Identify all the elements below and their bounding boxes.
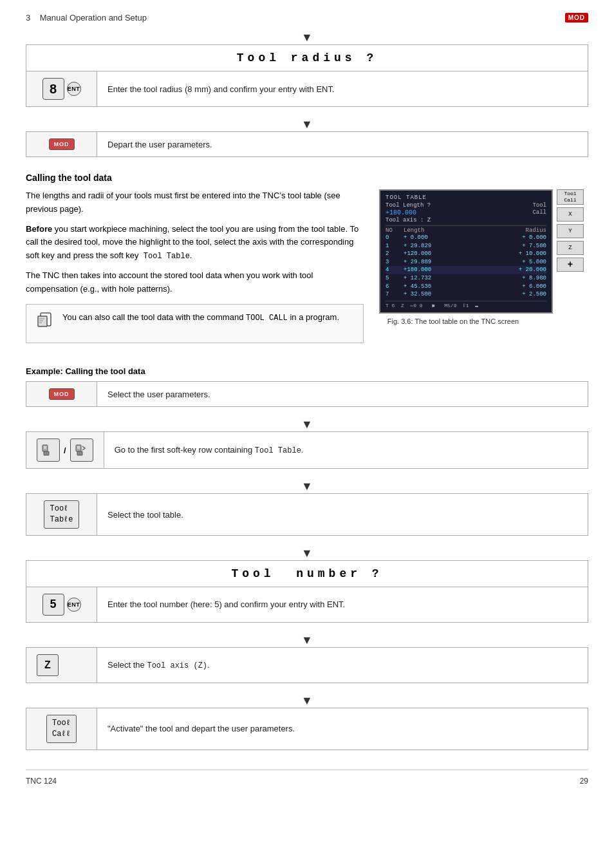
tnc-table-rows: 0+ 0.000+ 0.000 1+ 29.829+ 7.500 2+120.0… xyxy=(386,234,546,299)
tool-radius-section: ▼ Tool radius ? 8 ENT Enter the tool rad… xyxy=(26,32,588,157)
arrow-down-2: ▼ xyxy=(26,118,588,130)
svg-rect-2 xyxy=(44,451,49,455)
chapter-number: 3 xyxy=(26,13,30,23)
tool-number-header-table: Tool number ? 5 ENT Enter the tool numbe… xyxy=(26,560,588,623)
tnc-btn-tool-call[interactable]: ToolCall xyxy=(557,189,584,205)
tool-radius-title-table: Tool radius ? 8 ENT Enter the tool radiu… xyxy=(26,44,588,107)
page-footer: TNC 124 29 xyxy=(26,769,588,786)
tool-call-btn-cell: TooℓCaℓℓ xyxy=(26,708,97,750)
arrow-down-3: ▼ xyxy=(26,419,588,430)
section-body: The lengths and radii of your tools must… xyxy=(26,189,588,355)
note-mono: TOOL CALL xyxy=(246,314,288,323)
tnc-row-0: 0+ 0.000+ 0.000 xyxy=(386,234,546,242)
footer-right: 29 xyxy=(580,777,588,786)
tnc-tool-length-value: +180.000 xyxy=(386,209,416,216)
section-title: Calling the tool data xyxy=(26,173,588,183)
mod-button-1[interactable]: MOD xyxy=(49,138,75,150)
arrow-down-7: ▼ xyxy=(26,695,588,706)
key-5-ent-cell: 5 ENT xyxy=(26,587,97,622)
key-5: 5 xyxy=(42,594,64,616)
tool-table-button[interactable]: TooℓTabℓe xyxy=(44,500,79,529)
para1: The lengths and radii of your tools must… xyxy=(26,189,364,216)
note-text: You can also call the tool data with the… xyxy=(62,311,339,325)
tnc-screen-container: TOOL TABLE Tool Length ? Tool +180.000 C… xyxy=(379,189,553,355)
tnc-tool-table-label: TOOL TABLE xyxy=(386,194,546,201)
tnc-btn-z[interactable]: Z xyxy=(557,241,584,255)
tnc-col-length: Length xyxy=(404,227,521,234)
key-combo-8-ent: 8 ENT xyxy=(37,78,86,100)
example-softkey-desc: Go to the first soft-key row containing … xyxy=(104,432,588,469)
tnc-row-6: 6+ 45.530+ 6.000 xyxy=(386,283,546,291)
tnc-tool-axis-row: Tool axis : Z xyxy=(386,217,546,223)
softkey-icon-1[interactable] xyxy=(37,439,60,462)
note-text-main: You can also call the tool data with the… xyxy=(62,312,246,322)
tnc-tool-length-label: Tool Length ? xyxy=(386,202,431,209)
tool-radius-mod-desc: Depart the user parameters. xyxy=(97,132,588,157)
tool-number-header: Tool number ? xyxy=(26,560,588,587)
mod-badge-header: MOD xyxy=(565,13,588,23)
note-icon xyxy=(35,311,53,336)
svg-rect-0 xyxy=(38,316,47,326)
tool-radius-mod-table: MOD Depart the user parameters. xyxy=(26,131,588,157)
page-header: 3 Manual Operation and Setup MOD xyxy=(26,13,588,23)
example-mod-button[interactable]: MOD xyxy=(49,388,75,400)
tnc-btn-plus[interactable]: + xyxy=(557,258,584,272)
tool-number-step-desc: Enter the tool number (here: 5) and conf… xyxy=(97,587,588,622)
tnc-col-headers: NO Length Radius xyxy=(386,225,546,234)
example-step-tool-table-btn: TooℓTabℓe Select the tool table. xyxy=(26,493,588,536)
z-key-button[interactable]: Z xyxy=(37,654,59,676)
softkey-slash: / xyxy=(64,446,66,455)
softkey-icon-2[interactable] xyxy=(70,439,93,462)
tnc-row-2: 2+120.000+ 10.000 xyxy=(386,250,546,258)
para2-bold: Before xyxy=(26,224,52,234)
tnc-tool-length-row: Tool Length ? Tool xyxy=(386,202,546,209)
tool-call-button[interactable]: TooℓCaℓℓ xyxy=(46,715,77,743)
softkey-pair: / xyxy=(37,439,93,462)
example-step-softkey: / Go to xyxy=(26,431,588,469)
tool-radius-title: Tool radius ? xyxy=(26,45,588,71)
key-ent-2: ENT xyxy=(67,598,81,612)
tnc-col-no: NO xyxy=(386,227,398,234)
footer-left: TNC 124 xyxy=(26,777,57,786)
example-softkey-icon-cell: / xyxy=(26,432,104,469)
para3: The TNC then takes into account the stor… xyxy=(26,269,364,296)
example-step-z: Z Select the Tool axis (Z). xyxy=(26,647,588,683)
arrow-down-1: ▼ xyxy=(26,32,588,43)
tnc-col-radius: Radius xyxy=(526,227,546,234)
tnc-status-row: T 6 Z ⇐0 0 ■ M5/9 ℓ1 ▬ xyxy=(386,301,546,308)
para2: Before you start workpiece machining, se… xyxy=(26,223,364,263)
tnc-row-4-highlight: 4+180.000+ 20.000 xyxy=(386,266,546,274)
tnc-btn-y[interactable]: Y xyxy=(557,224,584,238)
example-step-mod: MOD Select the user parameters. xyxy=(26,381,588,407)
chapter-name: Manual Operation and Setup xyxy=(40,13,147,23)
example-step-tool-call: TooℓCaℓℓ "Activate" the tool and depart … xyxy=(26,708,588,750)
calling-tool-data-section: Calling the tool data The lengths and ra… xyxy=(26,173,588,355)
chapter-title: 3 Manual Operation and Setup xyxy=(26,13,147,23)
fig-caption: Fig. 3.6: The tool table on the TNC scre… xyxy=(379,317,527,325)
example-title: Example: Calling the tool data xyxy=(26,366,588,376)
z-key-cell: Z xyxy=(26,647,97,683)
key-ent-1: ENT xyxy=(67,82,81,96)
tool-radius-step1-desc: Enter the tool radius (8 mm) and confirm… xyxy=(97,71,588,107)
para2-rest: you start workpiece machining, select th… xyxy=(26,224,358,261)
arrow-down-6: ▼ xyxy=(26,634,588,646)
tnc-tool-call-side: Tool xyxy=(532,202,546,209)
tnc-row-5: 5+ 12.732+ 8.980 xyxy=(386,274,546,283)
tnc-btn-x[interactable]: X xyxy=(557,207,584,222)
note-text-rest: in a program. xyxy=(288,312,339,322)
tool-call-desc: "Activate" the tool and depart the user … xyxy=(97,708,588,750)
tnc-screen: TOOL TABLE Tool Length ? Tool +180.000 C… xyxy=(379,189,553,314)
tool-table-btn-desc: Select the tool table. xyxy=(97,494,588,536)
key-8: 8 xyxy=(42,78,64,100)
arrow-down-5: ▼ xyxy=(26,547,588,559)
tnc-row-7: 7+ 32.500+ 2.500 xyxy=(386,290,546,299)
tnc-side-buttons: ToolCall X Y Z + xyxy=(557,189,584,272)
softkey-desc-mono: Tool Table xyxy=(255,446,301,455)
note-box: You can also call the tool data with the… xyxy=(26,304,364,343)
example-mod-icon-cell: MOD xyxy=(26,382,97,407)
key-combo-5-ent: 5 ENT xyxy=(37,594,86,616)
tnc-tool-length-value-row: +180.000 Call xyxy=(386,209,546,216)
tnc-row-3: 3+ 29.889+ 5.000 xyxy=(386,258,546,267)
tnc-call-right: Call xyxy=(532,209,546,216)
example-section: Example: Calling the tool data MOD Selec… xyxy=(26,366,588,750)
